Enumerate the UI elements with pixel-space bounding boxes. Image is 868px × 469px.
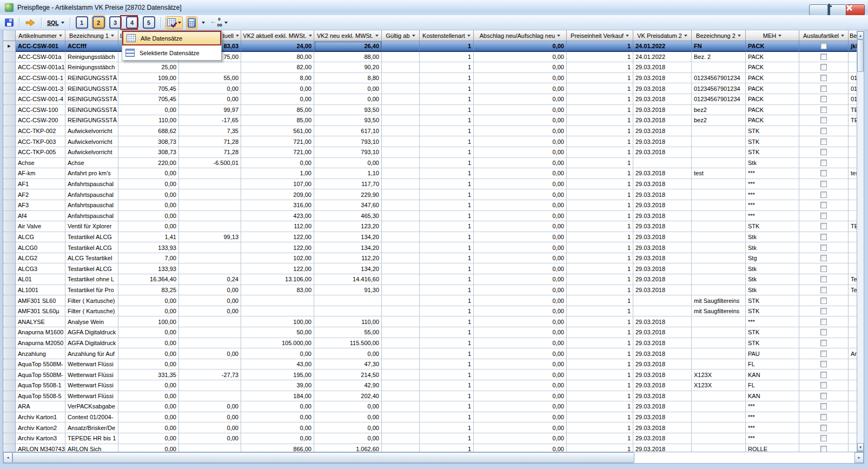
cell-preiseinheit[interactable]: 1 bbox=[567, 94, 633, 105]
cell-vk2_aktuell[interactable]: 561,00 bbox=[241, 126, 314, 137]
table-row[interactable]: AMF301 SL60µFilter ( Kartusche)0,000,001… bbox=[3, 306, 864, 317]
cell-kostenstellenart[interactable]: 1 bbox=[420, 348, 474, 359]
auslaufartikel-checkbox[interactable] bbox=[820, 245, 827, 251]
cell-vk_preisdatum2[interactable]: 29.03.2018 bbox=[633, 274, 692, 285]
cell-vk2_aktuell[interactable]: 195,00 bbox=[241, 369, 314, 380]
cell-meh[interactable]: PACK bbox=[746, 83, 799, 94]
cell-listenpreis[interactable]: 133,93 bbox=[118, 263, 179, 274]
cell-artikelnummer[interactable]: ACC-CSW-200 bbox=[16, 115, 65, 126]
cell-preiseinheit[interactable]: 1 bbox=[567, 359, 633, 370]
cell-aktuell[interactable] bbox=[179, 62, 241, 73]
cell-kostenstellenart[interactable]: 1 bbox=[420, 232, 474, 243]
cell-bezeichnung1[interactable]: REINIGUNGSSTÄ bbox=[65, 94, 118, 105]
cell-vk_preisdatum2[interactable]: 29.03.2018 bbox=[633, 179, 692, 190]
cell-bezeichnung1[interactable]: Anfahrtspauschal bbox=[65, 179, 118, 190]
cell-gueltig_ab[interactable] bbox=[382, 52, 420, 63]
row-selector[interactable] bbox=[3, 306, 16, 317]
cell-artikelnummer[interactable]: AF-km bbox=[16, 168, 65, 179]
auslaufartikel-checkbox[interactable] bbox=[820, 64, 827, 70]
cell-vk_preisdatum2[interactable] bbox=[633, 295, 692, 306]
row-selector[interactable] bbox=[3, 295, 16, 306]
cell-aktuell[interactable]: 7,35 bbox=[179, 126, 241, 137]
cell-gueltig_ab[interactable] bbox=[382, 211, 420, 222]
cell-vk2_aktuell[interactable]: 8,00 bbox=[241, 73, 314, 84]
cell-artikelnummer[interactable]: ACC-CSW-001 bbox=[16, 41, 65, 52]
cell-vk2_neu[interactable]: 8,80 bbox=[314, 73, 382, 84]
cell-vk_preisdatum2[interactable]: 29.03.2018 bbox=[633, 136, 692, 147]
cell-listenpreis[interactable]: 0,00 bbox=[118, 200, 179, 211]
filter-arrow-icon[interactable] bbox=[236, 35, 239, 37]
cell-bezeichnung1[interactable]: Testartikel für Pro bbox=[65, 285, 118, 296]
cell-meh[interactable]: Stk bbox=[746, 285, 799, 296]
cell-bezeichnung1[interactable]: VerPACKsabgabe bbox=[65, 401, 118, 412]
cell-listenpreis[interactable]: 705,45 bbox=[118, 83, 179, 94]
row-selector[interactable] bbox=[3, 412, 16, 423]
cell-listenpreis[interactable]: 0,00 bbox=[118, 433, 179, 444]
row-selector[interactable] bbox=[3, 136, 16, 147]
cell-vk_preisdatum2[interactable]: 29.03.2018 bbox=[633, 401, 692, 412]
cell-aktuell[interactable]: 0,24 bbox=[179, 274, 241, 285]
cell-artikelnummer[interactable]: AF3 bbox=[16, 200, 65, 211]
table-row[interactable]: AchseAchse220,00-6.500,010,000,0010,001S… bbox=[3, 158, 864, 169]
cell-artikelnummer[interactable]: ACC-CSW-100 bbox=[16, 105, 65, 116]
row-selector[interactable] bbox=[3, 348, 16, 359]
filter-arrow-icon[interactable] bbox=[59, 35, 62, 37]
cell-vk_preisdatum2[interactable] bbox=[633, 158, 692, 169]
cell-bezeichnung2[interactable] bbox=[692, 285, 746, 296]
cell-listenpreis[interactable]: 0,00 bbox=[118, 221, 179, 232]
cell-bezeichnung1[interactable]: Anfahrt pro km's bbox=[65, 168, 118, 179]
cell-meh[interactable]: *** bbox=[746, 189, 799, 200]
row-selector[interactable] bbox=[3, 401, 16, 412]
cell-listenpreis[interactable]: 0,00 bbox=[118, 348, 179, 359]
cell-abschlag_neu[interactable]: 0,00 bbox=[474, 285, 567, 296]
auslaufartikel-checkbox[interactable] bbox=[820, 393, 827, 399]
cell-auslaufartikel[interactable] bbox=[799, 444, 849, 452]
cell-vk_preisdatum2[interactable]: 29.03.2018 bbox=[633, 83, 692, 94]
cell-meh[interactable]: *** bbox=[746, 211, 799, 222]
cell-vk2_neu[interactable]: 47,30 bbox=[314, 359, 382, 370]
table-row[interactable]: ACC-CSW-001-4REINIGUNGSSTÄ705,450,000,00… bbox=[3, 94, 864, 105]
cell-kostenstellenart[interactable]: 1 bbox=[420, 316, 474, 327]
cell-gueltig_ab[interactable] bbox=[382, 147, 420, 158]
cell-abschlag_neu[interactable]: 0,00 bbox=[474, 126, 567, 137]
cell-aktuell[interactable]: 0,00 bbox=[179, 306, 241, 317]
cell-listenpreis[interactable]: 0,00 bbox=[118, 338, 179, 349]
cell-vk2_neu[interactable]: 0,00 bbox=[314, 401, 382, 412]
cell-preiseinheit[interactable]: 1 bbox=[567, 369, 633, 380]
grid-corner-cell[interactable] bbox=[3, 30, 16, 41]
filter-arrow-icon[interactable] bbox=[738, 35, 741, 37]
cell-vk2_neu[interactable]: 115.500,00 bbox=[314, 338, 382, 349]
cell-vk_preisdatum2[interactable] bbox=[633, 306, 692, 317]
chevron-down-icon[interactable] bbox=[61, 22, 64, 24]
row-selector[interactable] bbox=[3, 433, 16, 444]
cell-artikelnummer[interactable]: AMF301 SL60 bbox=[16, 295, 65, 306]
cell-aktuell[interactable]: 55,00 bbox=[179, 73, 241, 84]
auslaufartikel-checkbox[interactable] bbox=[820, 351, 827, 357]
cell-bezeichnung1[interactable]: ACCfff bbox=[65, 41, 118, 52]
cell-meh[interactable]: Stk bbox=[746, 232, 799, 243]
cell-vk_preisdatum2[interactable]: 29.03.2018 bbox=[633, 422, 692, 433]
cell-abschlag_neu[interactable]: 0,00 bbox=[474, 306, 567, 317]
cell-auslaufartikel[interactable] bbox=[799, 306, 849, 317]
cell-vk2_aktuell[interactable]: 184,00 bbox=[241, 391, 314, 402]
cell-bezeichnung1[interactable]: Filter ( Kartusche) bbox=[65, 306, 118, 317]
filter-arrow-icon[interactable] bbox=[467, 35, 471, 37]
cell-abschlag_neu[interactable]: 0,00 bbox=[474, 62, 567, 73]
cell-kostenstellenart[interactable]: 1 bbox=[420, 211, 474, 222]
cell-artikelnummer[interactable]: AF1 bbox=[16, 179, 65, 190]
cell-gueltig_ab[interactable] bbox=[382, 306, 420, 317]
cell-artikelnummer[interactable]: Air Valve bbox=[16, 221, 65, 232]
cell-bezeichnung2[interactable] bbox=[692, 147, 746, 158]
cell-gueltig_ab[interactable] bbox=[382, 62, 420, 73]
auslaufartikel-checkbox[interactable] bbox=[820, 170, 827, 176]
cell-gueltig_ab[interactable] bbox=[382, 316, 420, 327]
auslaufartikel-checkbox[interactable] bbox=[820, 85, 827, 92]
cell-auslaufartikel[interactable] bbox=[799, 189, 849, 200]
cell-bezeichnung2[interactable]: mit Saugfiltereins bbox=[692, 306, 746, 317]
cell-preiseinheit[interactable]: 1 bbox=[567, 52, 633, 63]
cell-vk2_neu[interactable]: 134,20 bbox=[314, 263, 382, 274]
cell-bezeichnung2[interactable]: X123X bbox=[692, 380, 746, 391]
cell-kostenstellenart[interactable]: 1 bbox=[420, 306, 474, 317]
cell-kostenstellenart[interactable]: 1 bbox=[420, 369, 474, 380]
cell-artikelnummer[interactable]: ARLON M340743 bbox=[16, 444, 65, 452]
